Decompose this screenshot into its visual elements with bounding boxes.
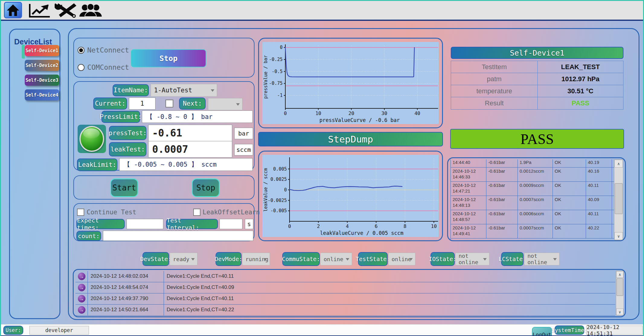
app-window: DeviceList Self-Device1Self-Device2Self-…	[0, 0, 644, 336]
table-cell: 14:44:40	[451, 159, 486, 167]
count-input[interactable]	[103, 231, 253, 241]
press-test-unit: bar	[234, 128, 253, 139]
log-divider	[164, 282, 164, 293]
test-interval-input[interactable]	[219, 219, 242, 229]
log-row[interactable]: →2024-10-12 14:48:02.034Device1:Cycle En…	[75, 271, 615, 282]
current-label: Current:	[93, 98, 127, 110]
table-cell: OK	[553, 168, 586, 181]
table-row[interactable]: 2024-10-12 14:48:13-0.61bar0.0007sccmOK4…	[451, 196, 615, 210]
expect-times-input[interactable]	[127, 219, 163, 229]
log-timestamp: 2024-10-12 14:50:21.664	[91, 307, 148, 313]
svg-text:-0.5: -0.5	[272, 69, 283, 74]
user-value: developer	[29, 326, 89, 335]
status-select-commustate[interactable]: online	[320, 253, 352, 265]
results-scroll-thumb[interactable]	[615, 183, 623, 214]
status-lamp-green	[79, 126, 104, 152]
log-divider	[164, 293, 164, 304]
svg-text:pressValue / bar: pressValue / bar	[263, 55, 268, 99]
log-scrollbar[interactable]: ∧ ∨	[616, 271, 624, 315]
status-label-iostate: IOState:	[431, 252, 455, 266]
log-scroll-thumb[interactable]	[617, 278, 623, 296]
log-divider	[88, 282, 88, 293]
table-row[interactable]: 2024-10-12 14:46:33-0.61bar0.0012sccmOK4…	[451, 168, 615, 182]
leak-chart: 0.0050.00250-0.0025-0.0050246810leakValu…	[262, 155, 439, 237]
chevron-down-icon	[236, 103, 240, 106]
status-select-devmode[interactable]: running	[242, 253, 270, 265]
connect-group: NetConnect COMConnect Stop	[73, 38, 255, 78]
svg-text:6: 6	[375, 223, 378, 229]
table-cell: 40.19	[586, 159, 612, 167]
count-label: count:	[76, 231, 101, 241]
net-connect-radio[interactable]	[78, 47, 85, 54]
home-icon-glyph	[6, 4, 20, 17]
table-row[interactable]: 2024-10-12 14:47:21-0.61bar0.0009sccmOK4…	[451, 182, 615, 196]
status-label-devmode: DevMode:	[216, 252, 242, 266]
table-cell: OK	[553, 182, 586, 196]
log-row[interactable]: →2024-10-12 14:49:37.790Device1:Cycle En…	[75, 293, 615, 305]
arrow-right-icon: →	[78, 295, 85, 302]
next-checkbox[interactable]	[165, 100, 173, 107]
connect-stop-button[interactable]: Stop	[131, 49, 206, 67]
step-dump-button[interactable]: StepDump	[258, 132, 443, 146]
svg-text:-0.75: -0.75	[269, 81, 283, 86]
device-info-value: 1012.97 hPa	[538, 73, 623, 85]
log-message: Device1:Cycle End,CT=40.22	[167, 307, 234, 313]
table-cell: 40.11	[586, 210, 612, 224]
home-icon[interactable]	[4, 2, 22, 18]
start-button[interactable]: Start	[110, 178, 138, 197]
current-value-field[interactable]: 1	[129, 98, 155, 110]
svg-text:-0.005: -0.005	[271, 208, 287, 213]
next-select[interactable]	[208, 98, 242, 110]
table-cell: 2024-10-12 14:49:41	[451, 224, 486, 238]
results-scrollbar[interactable]: ∧ ∨	[614, 159, 623, 240]
stop-button[interactable]: Stop	[192, 178, 220, 197]
stats-chart-icon[interactable]	[29, 3, 51, 19]
status-value: online	[392, 256, 411, 262]
log-message: Device1:Cycle End,CT=40.09	[167, 284, 234, 290]
item-name-value: 1-AutoTest	[154, 87, 192, 94]
item-name-select[interactable]: 1-AutoTest	[151, 84, 217, 97]
table-cell: 2024-10-12 14:46:33	[451, 168, 486, 181]
log-timestamp: 2024-10-12 14:49:37.790	[91, 296, 148, 302]
press-limit-value: 【 -0.8 ~ 0 】 bar	[142, 110, 253, 123]
scroll-down-icon[interactable]: ∨	[614, 232, 623, 240]
table-row[interactable]: 14:44:40-0.61bar1.9PaOK40.19	[451, 159, 615, 168]
status-select-iostate[interactable]: not online	[455, 253, 489, 265]
status-label-teststate: TestState:	[358, 252, 388, 266]
status-label-devstate: DevState:	[143, 252, 169, 266]
sidebar-item-self-device4[interactable]: Self-Device4	[25, 89, 59, 101]
table-cell: -0.61bar	[486, 224, 518, 238]
svg-text:40: 40	[415, 110, 420, 116]
log-row[interactable]: →2024-10-12 14:50:21.664Device1:Cycle En…	[75, 305, 615, 316]
system-time-value: 2024-10-12 14:51:31	[586, 325, 643, 335]
status-lamp-tile	[78, 125, 106, 153]
press-test-label: pressTest:	[109, 126, 146, 140]
scroll-up-icon[interactable]: ∧	[614, 160, 623, 168]
sidebar-item-self-device2[interactable]: Self-Device2	[25, 60, 59, 71]
table-cell: 1.9Pa	[518, 159, 553, 167]
scroll-down-icon[interactable]: ∨	[616, 309, 623, 315]
users-icon[interactable]	[79, 4, 102, 18]
table-cell: 2024-10-12 14:48:57	[451, 210, 486, 224]
sidebar-item-self-device1[interactable]: Self-Device1	[25, 45, 59, 56]
tools-icon[interactable]	[55, 3, 78, 19]
status-select-teststate[interactable]: online	[388, 253, 415, 265]
status-select-devstate[interactable]: ready	[170, 253, 197, 265]
log-divider	[88, 293, 88, 304]
next-label: Next:	[179, 98, 206, 110]
status-select-lcstate[interactable]: not online	[524, 253, 559, 265]
leak-offset-checkbox[interactable]	[193, 209, 200, 216]
log-row[interactable]: →2024-10-12 14:48:54.074Device1:Cycle En…	[75, 282, 615, 293]
com-connect-radio[interactable]	[78, 64, 85, 71]
leak-offset-label: LeakOffsetLearn	[203, 209, 260, 216]
table-cell: 40.11	[586, 182, 612, 196]
continue-test-checkbox[interactable]	[77, 209, 84, 216]
device-info-value: PASS	[538, 97, 623, 109]
leak-chart-panel: 0.0050.00250-0.0025-0.0050246810leakValu…	[258, 151, 443, 241]
table-row[interactable]: 2024-10-12 14:49:41-0.61bar0.0007sccmOK4…	[451, 224, 615, 238]
sidebar-item-self-device3[interactable]: Self-Device3	[25, 75, 59, 86]
logout-button[interactable]: LogOut	[532, 327, 552, 336]
net-connect-label: NetConnect	[87, 46, 129, 54]
table-row[interactable]: 2024-10-12 14:48:57-0.61bar0.0006sccmOK4…	[451, 210, 615, 224]
scroll-up-icon[interactable]: ∧	[616, 271, 623, 278]
